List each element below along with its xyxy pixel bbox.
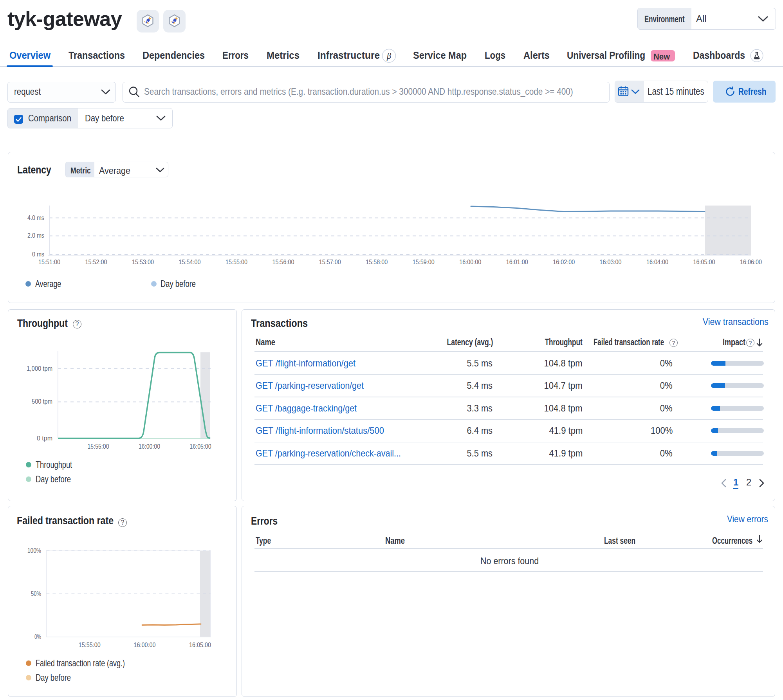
- svg-text:0 tpm: 0 tpm: [37, 435, 52, 442]
- svg-text:16:00:00: 16:00:00: [134, 642, 156, 648]
- svg-text:500 tpm: 500 tpm: [32, 398, 52, 405]
- svg-text:16:05:00: 16:05:00: [693, 259, 715, 265]
- svg-text:16:06:00: 16:06:00: [740, 259, 762, 265]
- svg-text:16:00:00: 16:00:00: [139, 443, 160, 450]
- svg-text:4.0 ms: 4.0 ms: [27, 215, 44, 221]
- svg-text:16:03:00: 16:03:00: [600, 259, 622, 265]
- svg-text:100%: 100%: [27, 547, 41, 554]
- svg-text:50%: 50%: [31, 590, 41, 597]
- svg-text:15:51:00: 15:51:00: [38, 259, 60, 265]
- svg-text:0 ms: 0 ms: [32, 251, 44, 258]
- svg-text:15:52:00: 15:52:00: [85, 259, 107, 265]
- svg-text:15:57:00: 15:57:00: [319, 259, 341, 265]
- svg-text:β: β: [386, 51, 391, 61]
- svg-text:15:55:00: 15:55:00: [88, 443, 109, 450]
- svg-text:15:55:00: 15:55:00: [226, 259, 247, 265]
- svg-text:15:54:00: 15:54:00: [179, 259, 200, 265]
- svg-text:0%: 0%: [34, 633, 41, 640]
- svg-text:16:04:00: 16:04:00: [646, 259, 668, 265]
- svg-text:15:56:00: 15:56:00: [272, 259, 294, 265]
- svg-text:16:02:00: 16:02:00: [553, 259, 575, 265]
- svg-text:2.0 ms: 2.0 ms: [27, 232, 44, 239]
- svg-text:16:05:00: 16:05:00: [190, 443, 211, 450]
- svg-text:1,000 tpm: 1,000 tpm: [27, 365, 52, 372]
- svg-text:16:00:00: 16:00:00: [459, 259, 481, 265]
- svg-text:16:05:00: 16:05:00: [189, 642, 211, 648]
- svg-text:15:53:00: 15:53:00: [132, 259, 154, 265]
- svg-text:16:01:00: 16:01:00: [506, 259, 528, 265]
- svg-text:15:55:00: 15:55:00: [79, 642, 101, 648]
- svg-text:15:59:00: 15:59:00: [413, 259, 435, 265]
- svg-text:15:58:00: 15:58:00: [366, 259, 388, 265]
